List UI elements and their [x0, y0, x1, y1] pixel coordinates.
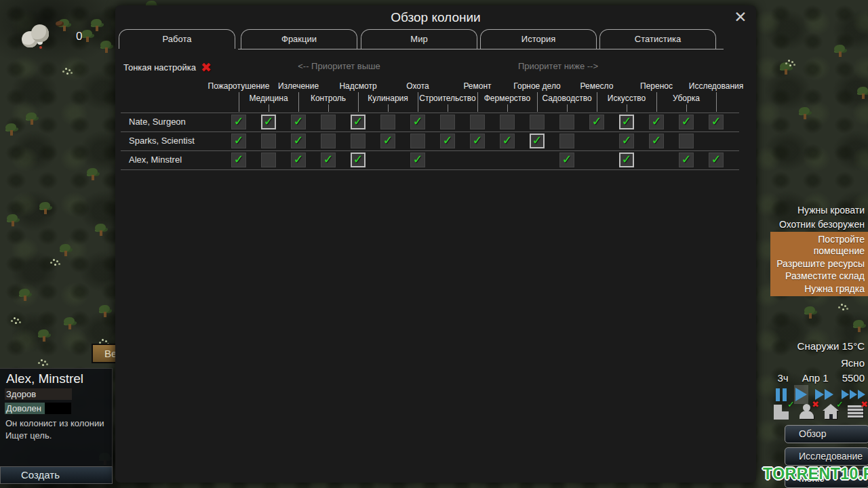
overview-button[interactable]: Обзор [785, 425, 868, 443]
resource-count: 0 [76, 30, 82, 43]
work-checkbox[interactable]: ✓ [500, 134, 515, 148]
hour-label: 3ч [777, 372, 788, 384]
tab-bar: РаботаФракцииМирИсторияСтатистика [115, 29, 756, 49]
home-area-toggle[interactable]: ✓ [821, 403, 841, 420]
work-checkbox[interactable]: ✓ [530, 134, 545, 148]
tree [26, 113, 39, 125]
tree [60, 244, 73, 256]
work-checkbox[interactable]: ✓ [291, 134, 306, 148]
pawn-name: Alex, Minstrel [129, 150, 182, 169]
colony-overview-dialog: Обзор колонии ✕ РаботаФракцииМирИсторияС… [115, 5, 756, 483]
tree [834, 45, 848, 57]
row-divider [121, 169, 739, 170]
work-checkbox[interactable]: ✓ [231, 134, 246, 148]
work-checkbox[interactable]: ✓ [351, 152, 366, 167]
tree [99, 305, 113, 317]
work-checkbox[interactable]: ✓ [410, 115, 425, 129]
work-checkbox[interactable]: ✓ [709, 115, 724, 129]
work-checkbox[interactable] [679, 134, 694, 148]
colonist-bar-toggle[interactable]: ✖ [797, 403, 816, 420]
work-checkbox[interactable]: ✓ [679, 115, 694, 129]
tree [64, 317, 77, 329]
work-checkbox[interactable] [261, 134, 276, 148]
dialog-title: Обзор колонии [115, 10, 756, 25]
tree [853, 320, 867, 332]
work-checkbox[interactable]: ✓ [321, 152, 336, 167]
weather-label: Ясно [841, 357, 865, 369]
work-checkbox[interactable] [351, 134, 366, 148]
work-checkbox[interactable]: ✓ [410, 152, 425, 167]
tree [39, 202, 53, 214]
work-checkbox[interactable]: ✓ [291, 115, 306, 129]
work-checkbox[interactable]: ✓ [619, 152, 634, 167]
work-checkbox[interactable]: ✓ [291, 152, 306, 167]
urgent-alert-label[interactable]: Разрешите ресурсы [776, 258, 865, 270]
tab-world[interactable]: Мир [361, 29, 477, 49]
tab-underline [238, 49, 724, 49]
work-checkbox[interactable] [500, 115, 515, 129]
zones-toggle[interactable]: ✓ [772, 403, 792, 420]
work-checkbox[interactable]: ✓ [470, 134, 485, 148]
work-checkbox[interactable]: ✓ [231, 115, 246, 129]
column-tick [686, 104, 687, 112]
date-label: Апр 1 [802, 372, 829, 384]
urgent-alert-label[interactable]: Постройте помещение [772, 234, 865, 257]
create-button[interactable]: Создать [0, 466, 113, 484]
urgent-alert-label[interactable]: Нужна грядка [804, 283, 865, 295]
work-checkbox[interactable] [380, 115, 395, 129]
work-checkbox[interactable]: ✓ [440, 134, 455, 148]
colonist-name: Alex, Minstrel [6, 371, 83, 386]
work-checkbox[interactable] [410, 134, 425, 148]
red-x-icon[interactable]: ✖ [201, 60, 212, 75]
work-checkbox[interactable] [440, 115, 455, 129]
row-divider [121, 113, 739, 113]
work-checkbox[interactable]: ✓ [679, 152, 694, 167]
tree [780, 62, 793, 75]
colonist-desc-line1: Он колонист из колонии [5, 418, 104, 429]
work-checkbox[interactable] [261, 152, 276, 167]
work-checkbox[interactable]: ✓ [619, 134, 634, 148]
tab-work[interactable]: Работа [119, 29, 235, 49]
row-divider [121, 150, 739, 151]
work-checkbox[interactable] [321, 134, 336, 148]
urgent-alert-label[interactable]: Разместите склад [785, 270, 865, 282]
work-checkbox[interactable]: ✓ [231, 152, 246, 167]
work-checkbox[interactable] [559, 115, 574, 129]
tree [87, 168, 100, 180]
work-checkbox[interactable]: ✓ [351, 115, 366, 129]
work-checkbox[interactable]: ✓ [261, 115, 276, 129]
work-checkbox[interactable] [530, 115, 545, 129]
work-checkbox[interactable]: ✓ [649, 115, 664, 129]
work-checkbox[interactable]: ✓ [619, 115, 634, 129]
work-checkbox[interactable] [559, 134, 574, 148]
column-header[interactable]: Исследования [674, 81, 758, 91]
tab-stats[interactable]: Статистика [599, 29, 716, 49]
work-checkbox[interactable]: ✓ [709, 152, 724, 167]
work-checkbox[interactable]: ✓ [559, 152, 574, 167]
tab-history[interactable]: История [480, 29, 597, 49]
tree [38, 329, 52, 342]
tree [95, 224, 108, 236]
close-icon[interactable]: ✕ [732, 8, 749, 26]
check-badge-icon: ✓ [787, 399, 795, 409]
priority-higher-hint: <-- Приоритет выше [271, 61, 407, 71]
alert-label[interactable]: Охотник безоружен [779, 219, 865, 230]
column-tick [627, 104, 627, 112]
work-checkbox[interactable] [321, 115, 336, 129]
grass-speckle [841, 304, 843, 306]
research-button[interactable]: Исследование [785, 447, 868, 466]
tab-factions[interactable]: Фракции [241, 29, 357, 49]
orders-toggle[interactable]: ✖ [846, 403, 865, 420]
play-button[interactable] [794, 385, 808, 404]
alert-label[interactable]: Нужны кровати [797, 205, 865, 216]
zones-icon [774, 405, 789, 420]
row-divider [121, 131, 739, 132]
work-checkbox[interactable] [470, 115, 485, 129]
time-row: 3ч Апр 1 5500 [777, 372, 865, 384]
work-checkbox[interactable]: ✓ [649, 134, 664, 148]
fine-tune-toggle[interactable]: Тонкая настройка ✖ [123, 60, 212, 75]
column-tick [328, 104, 329, 112]
work-checkbox[interactable]: ✓ [380, 134, 395, 148]
work-checkbox[interactable]: ✓ [589, 115, 604, 129]
colonist-desc-line2: Ищет цель. [5, 430, 52, 441]
